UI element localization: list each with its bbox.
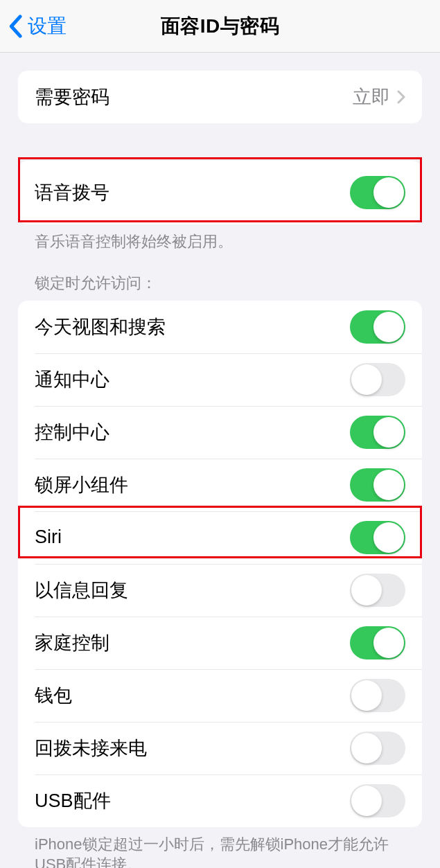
reply-message-label: 以信息回复 (35, 578, 128, 603)
nav-bar: 设置 面容ID与密码 (0, 0, 440, 53)
voice-dial-toggle[interactable] (350, 176, 405, 209)
row-return-missed-calls: 回拨未接来电 (18, 722, 422, 774)
row-siri: Siri (18, 511, 422, 564)
home-control-label: 家庭控制 (35, 630, 109, 655)
page-title: 面容ID与密码 (161, 13, 280, 39)
group-require-passcode: 需要密码 立即 (18, 71, 422, 123)
home-control-toggle[interactable] (350, 626, 405, 659)
siri-toggle[interactable] (350, 521, 405, 554)
lock-access-header: 锁定时允许访问： (0, 273, 440, 301)
notification-center-toggle[interactable] (350, 363, 405, 396)
row-today-view: 今天视图和搜索 (18, 301, 422, 353)
back-label: 设置 (28, 13, 67, 39)
row-reply-message: 以信息回复 (18, 564, 422, 617)
control-center-label: 控制中心 (35, 420, 109, 445)
notification-center-label: 通知中心 (35, 367, 109, 392)
group-lock-access: 今天视图和搜索通知中心控制中心锁屏小组件Siri以信息回复家庭控制钱包回拨未接来… (18, 301, 422, 827)
group-voice-dial: 语音拨号 (18, 161, 422, 224)
return-missed-calls-toggle[interactable] (350, 732, 405, 765)
today-view-label: 今天视图和搜索 (35, 315, 166, 339)
lock-access-footer: iPhone锁定超过一小时后，需先解锁iPhone才能允许USB配件连接。 (0, 827, 440, 868)
row-lockscreen-widgets: 锁屏小组件 (18, 459, 422, 511)
wallet-label: 钱包 (35, 683, 72, 708)
row-notification-center: 通知中心 (18, 353, 422, 406)
content: 需要密码 立即 语音拨号 音乐语音控制将始终被启用。 锁定时允许访问： 今天视图… (0, 53, 440, 868)
back-button[interactable]: 设置 (0, 13, 67, 39)
row-usb-accessories: USB配件 (18, 774, 422, 827)
usb-accessories-label: USB配件 (35, 788, 111, 813)
require-passcode-label: 需要密码 (35, 85, 109, 109)
chevron-right-icon (397, 90, 405, 104)
today-view-toggle[interactable] (350, 310, 405, 344)
wallet-toggle[interactable] (350, 679, 405, 712)
back-chevron-icon (8, 15, 22, 38)
control-center-toggle[interactable] (350, 416, 405, 449)
row-control-center: 控制中心 (18, 406, 422, 459)
row-wallet: 钱包 (18, 669, 422, 722)
lockscreen-widgets-label: 锁屏小组件 (35, 472, 128, 497)
usb-accessories-toggle[interactable] (350, 784, 405, 817)
row-voice-dial: 语音拨号 (18, 161, 422, 224)
row-home-control: 家庭控制 (18, 617, 422, 669)
lockscreen-widgets-toggle[interactable] (350, 468, 405, 502)
voice-dial-label: 语音拨号 (35, 180, 109, 205)
row-trailing: 立即 (353, 85, 405, 109)
siri-label: Siri (35, 526, 62, 548)
row-require-passcode[interactable]: 需要密码 立即 (18, 71, 422, 123)
voice-dial-footer: 音乐语音控制将始终被启用。 (0, 224, 440, 252)
require-passcode-value: 立即 (353, 85, 390, 109)
return-missed-calls-label: 回拨未接来电 (35, 736, 147, 761)
reply-message-toggle[interactable] (350, 574, 405, 607)
